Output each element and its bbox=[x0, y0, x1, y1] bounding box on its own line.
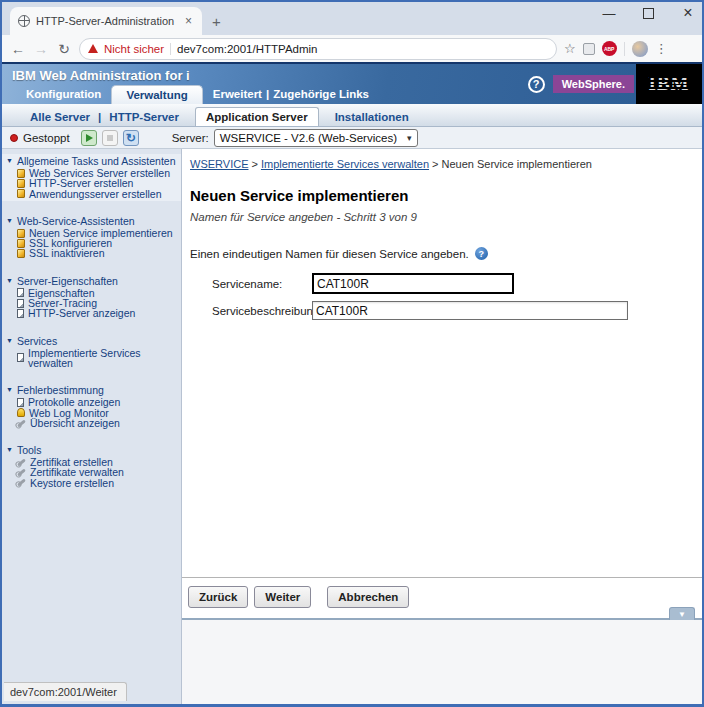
sidebar-item-label: Keystore erstellen bbox=[30, 478, 114, 488]
collapse-triangle-icon: ▼ bbox=[6, 276, 13, 286]
sidebar-item-label: HTTP-Server anzeigen bbox=[28, 308, 135, 318]
tab-konfiguration[interactable]: Konfiguration bbox=[16, 85, 111, 104]
subnav-installationen[interactable]: Installationen bbox=[329, 108, 415, 126]
section-header[interactable]: ▼ Services bbox=[2, 336, 181, 346]
sidebar-section-allgemeine-tasks: ▼ Allgemeine Tasks und Assistenten Web S… bbox=[2, 154, 181, 201]
sidebar-item-label: Anwendungsserver erstellen bbox=[29, 189, 162, 199]
sidebar-section-tools: ▼ Tools Zertifikat erstellen Zertifikate… bbox=[2, 443, 181, 490]
wizard-icon bbox=[17, 189, 25, 198]
header-right: ? WebSphere. bbox=[528, 64, 634, 104]
subnav-alle-server[interactable]: Alle Server bbox=[24, 108, 96, 126]
collapse-triangle-icon: ▼ bbox=[6, 336, 13, 346]
section-header[interactable]: ▼ Server-Eigenschaften bbox=[2, 276, 181, 286]
servicename-input[interactable] bbox=[312, 273, 514, 294]
sidebar-item-keystore-erstellen[interactable]: Keystore erstellen bbox=[2, 478, 181, 488]
sidebar: ▼ Allgemeine Tasks und Assistenten Web S… bbox=[2, 149, 182, 704]
subnav-divider: | bbox=[96, 108, 103, 126]
sidebar-item-uebersicht-anzeigen[interactable]: Übersicht anzeigen bbox=[2, 418, 181, 428]
tab-verwaltung[interactable]: Verwaltung bbox=[111, 85, 202, 104]
bell-icon bbox=[17, 408, 25, 417]
wrench-icon bbox=[17, 479, 26, 487]
toolbar-divider bbox=[624, 42, 625, 56]
stopped-status-icon bbox=[10, 134, 18, 142]
close-button[interactable]: × bbox=[680, 4, 696, 22]
cancel-button[interactable]: Abbrechen bbox=[327, 586, 409, 608]
sidebar-item-anwendungsserver-erstellen[interactable]: Anwendungsserver erstellen bbox=[2, 189, 181, 199]
browser-tab[interactable]: HTTP-Server-Administration auf D × bbox=[10, 7, 202, 35]
breadcrumb: WSERVICE>Implementierte Services verwalt… bbox=[190, 158, 692, 170]
sidebar-section-web-service-assistenten: ▼ Web-Service-Assistenten Neuen Service … bbox=[2, 214, 181, 261]
browser-menu-icon[interactable]: ⋮ bbox=[655, 41, 668, 56]
next-button[interactable]: Weiter bbox=[254, 586, 311, 608]
back-button[interactable]: Zurück bbox=[188, 586, 248, 608]
page-title: Neuen Service implementieren bbox=[190, 187, 692, 204]
tab-erweitert[interactable]: Erweitert bbox=[203, 85, 264, 104]
tab-close-icon[interactable]: × bbox=[183, 14, 194, 28]
ibm-logo: IBM bbox=[636, 64, 702, 104]
servicebeschreibung-input[interactable] bbox=[312, 301, 628, 320]
sidebar-item-label: Übersicht anzeigen bbox=[30, 418, 120, 428]
section-title: Tools bbox=[17, 445, 42, 455]
address-bar[interactable]: Nicht sicher dev7com:2001/HTTPAdmin bbox=[79, 38, 557, 60]
subnav: Alle Server | HTTP-Server Application Se… bbox=[2, 104, 702, 127]
breadcrumb-wservice[interactable]: WSERVICE bbox=[190, 158, 248, 170]
section-title: Fehlerbestimmung bbox=[17, 385, 104, 395]
collapse-triangle-icon: ▼ bbox=[6, 445, 13, 455]
sidebar-item-http-server-anzeigen[interactable]: HTTP-Server anzeigen bbox=[2, 308, 181, 318]
forward-icon[interactable]: → bbox=[33, 41, 49, 57]
start-server-button[interactable] bbox=[81, 130, 97, 146]
maximize-button[interactable] bbox=[643, 8, 654, 19]
section-header[interactable]: ▼ Web-Service-Assistenten bbox=[2, 216, 181, 226]
wizard-icon bbox=[17, 239, 25, 248]
subnav-application-server[interactable]: Application Server bbox=[195, 107, 319, 126]
url-text[interactable]: dev7com:2001/HTTPAdmin bbox=[177, 43, 548, 55]
back-icon[interactable]: ← bbox=[10, 41, 26, 57]
subnav-http-server[interactable]: HTTP-Server bbox=[103, 108, 185, 126]
server-select[interactable]: WSERVICE - V2.6 (Web-Services) ▾ bbox=[214, 129, 418, 147]
content-footer bbox=[182, 618, 702, 704]
reload-icon[interactable]: ↻ bbox=[56, 41, 72, 57]
wizard-icon bbox=[17, 169, 25, 178]
servicebeschreibung-row: Servicebeschreibung: bbox=[212, 301, 692, 320]
breadcrumb-separator: > bbox=[429, 158, 441, 170]
section-header[interactable]: ▼ Fehlerbestimmung bbox=[2, 385, 181, 395]
browser-window: HTTP-Server-Administration auf D × + — ×… bbox=[0, 0, 704, 707]
tab-zugehoerige-links[interactable]: Zugehörige Links bbox=[271, 85, 379, 104]
main-content: WSERVICE>Implementierte Services verwalt… bbox=[182, 149, 702, 704]
document-icon bbox=[17, 309, 24, 318]
browser-tabstrip: HTTP-Server-Administration auf D × + — × bbox=[2, 2, 702, 35]
sidebar-item-implementierte-services-verwalten[interactable]: Implementierte Services verwalten bbox=[2, 348, 181, 369]
sidebar-item-label: Implementierte Services verwalten bbox=[28, 348, 181, 369]
servicebeschreibung-label: Servicebeschreibung: bbox=[212, 305, 312, 317]
stop-server-button[interactable] bbox=[102, 130, 118, 146]
help-icon[interactable]: ? bbox=[528, 76, 545, 93]
sidebar-item-ssl-inaktivieren[interactable]: SSL inaktivieren bbox=[2, 248, 181, 258]
server-select-label: Server: bbox=[172, 132, 209, 144]
server-select-value: WSERVICE - V2.6 (Web-Services) bbox=[220, 132, 397, 144]
server-status-label: Gestoppt bbox=[23, 132, 70, 144]
ibm-header: IBM Web Administration for i Konfigurati… bbox=[2, 62, 702, 104]
section-header[interactable]: ▼ Tools bbox=[2, 445, 181, 455]
field-help-icon[interactable]: ? bbox=[475, 247, 488, 260]
collapse-panel-button[interactable]: ▼ bbox=[669, 607, 695, 620]
new-tab-button[interactable]: + bbox=[212, 13, 221, 30]
bookmark-star-icon[interactable]: ☆ bbox=[564, 41, 576, 56]
document-icon bbox=[17, 299, 24, 308]
header-tabs: Konfiguration Verwaltung Erweitert | Zug… bbox=[16, 85, 379, 104]
profile-avatar[interactable] bbox=[632, 41, 648, 57]
refresh-server-button[interactable]: ↻ bbox=[123, 130, 139, 146]
page-subtitle: Namen für Service angeben - Schritt 3 vo… bbox=[190, 211, 692, 223]
warning-icon bbox=[88, 44, 98, 53]
sidebar-item-label: SSL inaktivieren bbox=[29, 248, 104, 258]
section-header[interactable]: ▼ Allgemeine Tasks und Assistenten bbox=[2, 156, 181, 166]
security-chip[interactable]: Nicht sicher bbox=[104, 43, 164, 55]
breadcrumb-implementierte-services[interactable]: Implementierte Services verwalten bbox=[261, 158, 429, 170]
extension-cube-icon[interactable] bbox=[583, 43, 595, 55]
server-bar: Gestoppt ↻ Server: WSERVICE - V2.6 (Web-… bbox=[2, 127, 702, 149]
instruction-row: Einen eindeutigen Namen für diesen Servi… bbox=[190, 247, 692, 260]
minimize-button[interactable]: — bbox=[601, 6, 617, 21]
content-main: WSERVICE>Implementierte Services verwalt… bbox=[182, 149, 702, 577]
adblock-icon[interactable]: ABP bbox=[602, 41, 617, 56]
breadcrumb-current: Neuen Service implementieren bbox=[441, 158, 591, 170]
section-title: Web-Service-Assistenten bbox=[17, 216, 135, 226]
